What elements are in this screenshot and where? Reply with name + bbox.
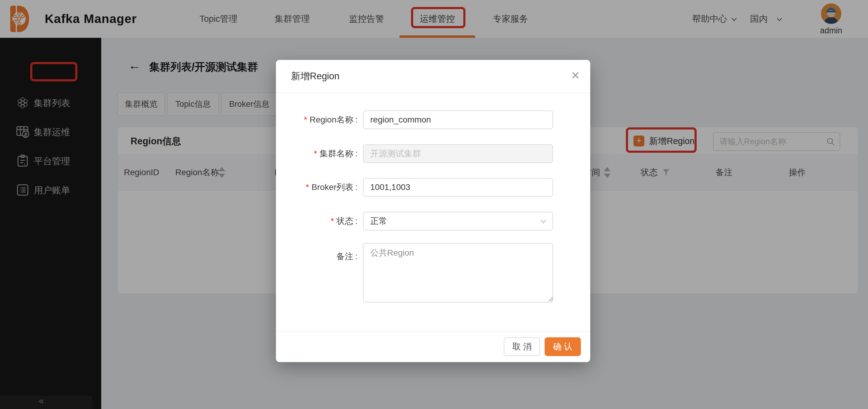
cluster-name-input[interactable] [363, 144, 553, 163]
confirm-button[interactable]: 确 认 [545, 337, 581, 356]
required-mark: * [306, 182, 309, 192]
required-mark: * [304, 115, 307, 124]
modal-footer-divider [276, 331, 590, 332]
field-label-status: *状态: [276, 212, 358, 231]
field-label-broker-list: *Broker列表: [276, 178, 358, 197]
remark-textarea[interactable]: 公共Region [363, 243, 553, 302]
status-select-value: 正常 [370, 216, 387, 226]
required-mark: * [331, 216, 334, 226]
close-icon[interactable]: ✕ [571, 60, 580, 93]
chevron-down-icon [539, 217, 548, 226]
required-mark: * [314, 149, 317, 158]
region-name-input[interactable] [363, 110, 553, 129]
status-select[interactable]: 正常 [363, 212, 553, 231]
field-label-region-name: *Region名称: [276, 110, 358, 129]
cancel-button[interactable]: 取 消 [504, 337, 540, 356]
add-region-modal: 新增Region ✕ *Region名称: *集群名称: *Broker列表: … [276, 60, 590, 362]
field-label-cluster-name: *集群名称: [276, 144, 358, 163]
modal-header-divider [276, 93, 590, 93]
field-label-remark: 备注: [276, 243, 358, 270]
modal-title: 新增Region [291, 60, 339, 93]
broker-list-input[interactable] [363, 178, 553, 197]
